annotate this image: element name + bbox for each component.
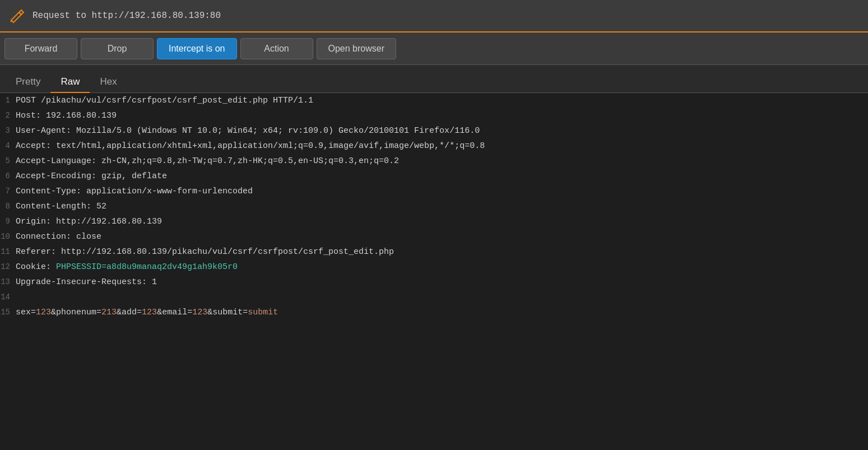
line-content: Host: 192.168.80.139 xyxy=(16,109,868,123)
line-number: 1 xyxy=(0,93,16,108)
table-row: 13Upgrade-Insecure-Requests: 1 xyxy=(0,275,868,290)
line-content: Content-Length: 52 xyxy=(16,200,868,214)
line-number: 4 xyxy=(0,138,16,153)
pen-icon xyxy=(9,8,25,24)
tab-raw[interactable]: Raw xyxy=(50,72,90,93)
line-number: 2 xyxy=(0,108,16,123)
table-row: 5Accept-Language: zh-CN,zh;q=0.8,zh-TW;q… xyxy=(0,154,868,169)
content-area: 1POST /pikachu/vul/csrf/csrfpost/csrf_po… xyxy=(0,93,868,450)
line-number: 13 xyxy=(0,275,16,289)
line-content: User-Agent: Mozilla/5.0 (Windows NT 10.0… xyxy=(16,124,868,138)
tab-pretty[interactable]: Pretty xyxy=(6,72,50,93)
line-number: 10 xyxy=(0,229,16,244)
line-content: Accept-Language: zh-CN,zh;q=0.8,zh-TW;q=… xyxy=(16,154,868,169)
table-row: 2Host: 192.168.80.139 xyxy=(0,108,868,123)
line-number: 5 xyxy=(0,154,16,168)
line-number: 12 xyxy=(0,259,16,274)
line-content: Referer: http://192.168.80.139/pikachu/v… xyxy=(16,245,868,259)
table-row: 11Referer: http://192.168.80.139/pikachu… xyxy=(0,244,868,259)
line-number: 14 xyxy=(0,290,16,304)
table-row: 12Cookie: PHPSESSID=a8d8u9manaq2dv49g1ah… xyxy=(0,259,868,275)
table-row: 7Content-Type: application/x-www-form-ur… xyxy=(0,184,868,199)
intercept-button[interactable]: Intercept is on xyxy=(157,38,237,59)
line-number: 8 xyxy=(0,199,16,214)
open-browser-button[interactable]: Open browser xyxy=(317,38,397,59)
table-row: 15sex=123&phonenum=213&add=123&email=123… xyxy=(0,305,868,320)
toolbar: Forward Drop Intercept is on Action Open… xyxy=(0,33,868,65)
table-row: 10Connection: close xyxy=(0,229,868,244)
line-content: Accept-Encoding: gzip, deflate xyxy=(16,169,868,184)
line-content xyxy=(16,290,868,305)
line-content: Content-Type: application/x-www-form-url… xyxy=(16,184,868,199)
table-row: 6Accept-Encoding: gzip, deflate xyxy=(0,169,868,184)
table-row: 9Origin: http://192.168.80.139 xyxy=(0,214,868,229)
line-content: Accept: text/html,application/xhtml+xml,… xyxy=(16,139,868,154)
line-content: Origin: http://192.168.80.139 xyxy=(16,215,868,229)
line-content: Connection: close xyxy=(16,230,868,244)
line-number: 7 xyxy=(0,184,16,198)
table-row: 1POST /pikachu/vul/csrf/csrfpost/csrf_po… xyxy=(0,93,868,108)
line-content: sex=123&phonenum=213&add=123&email=123&s… xyxy=(16,305,868,320)
tabs-row: Pretty Raw Hex xyxy=(0,65,868,93)
action-button[interactable]: Action xyxy=(240,38,313,59)
line-number: 15 xyxy=(0,305,16,319)
table-row: 14 xyxy=(0,290,868,305)
title-bar: Request to http://192.168.80.139:80 xyxy=(0,0,868,33)
drop-button[interactable]: Drop xyxy=(81,38,154,59)
line-content: Upgrade-Insecure-Requests: 1 xyxy=(16,275,868,290)
line-number: 11 xyxy=(0,244,16,259)
tab-hex[interactable]: Hex xyxy=(90,72,127,93)
line-number: 9 xyxy=(0,214,16,229)
table-row: 8Content-Length: 52 xyxy=(0,199,868,214)
table-row: 3User-Agent: Mozilla/5.0 (Windows NT 10.… xyxy=(0,123,868,138)
title-text: Request to http://192.168.80.139:80 xyxy=(33,11,221,21)
line-content: Cookie: PHPSESSID=a8d8u9manaq2dv49g1ah9k… xyxy=(16,260,868,275)
line-number: 6 xyxy=(0,169,16,183)
line-content: POST /pikachu/vul/csrf/csrfpost/csrf_pos… xyxy=(16,94,868,108)
table-row: 4Accept: text/html,application/xhtml+xml… xyxy=(0,138,868,154)
line-number: 3 xyxy=(0,123,16,138)
forward-button[interactable]: Forward xyxy=(4,38,77,59)
